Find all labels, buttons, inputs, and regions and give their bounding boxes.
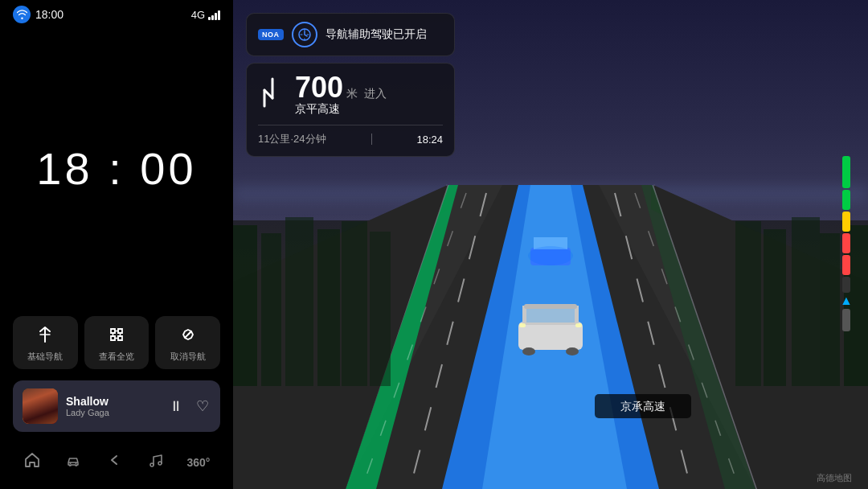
- noa-badge-container: NOA: [258, 29, 284, 40]
- basic-nav-label: 基础导航: [27, 351, 63, 363]
- direction-road-name: 京平高速: [295, 102, 387, 117]
- album-art: [23, 388, 58, 424]
- home-button[interactable]: [18, 446, 46, 478]
- status-bar: 18:00 4G: [0, 0, 233, 29]
- noa-icon: [292, 22, 317, 47]
- svg-rect-26: [342, 221, 367, 386]
- svg-rect-39: [519, 323, 526, 327]
- bottom-nav: 360°: [0, 435, 233, 489]
- overview-label: 查看全览: [99, 351, 134, 363]
- svg-rect-40: [575, 323, 582, 327]
- direction-details: 700 米 进入 京平高速: [295, 73, 387, 117]
- basic-nav-button[interactable]: 基础导航: [13, 316, 78, 369]
- cancel-nav-icon: [179, 326, 197, 347]
- signal-bar-2: [211, 15, 214, 20]
- signal-bar-4: [218, 10, 220, 20]
- cancel-nav-label: 取消导航: [170, 351, 206, 363]
- svg-point-37: [522, 347, 535, 355]
- svg-text:京承高速: 京承高速: [620, 400, 665, 413]
- pause-button[interactable]: ⏸: [167, 397, 185, 417]
- svg-rect-23: [261, 233, 281, 386]
- svg-rect-32: [735, 221, 761, 386]
- svg-rect-36: [524, 304, 577, 309]
- music-button[interactable]: [141, 446, 169, 478]
- svg-rect-31: [764, 229, 786, 386]
- svg-rect-22: [233, 225, 257, 386]
- svg-rect-25: [317, 229, 340, 386]
- direction-top: 700 米 进入 京平高速: [258, 73, 443, 117]
- speed-bar: ▲: [841, 156, 852, 333]
- 360-button[interactable]: 360°: [182, 451, 215, 474]
- music-player: Shallow Lady Gaga ⏸ ♡: [13, 380, 220, 432]
- direction-sub-info: 11公里·24分钟: [258, 132, 326, 146]
- speed-arrow: ▲: [840, 294, 853, 307]
- speed-seg-3: [842, 212, 850, 232]
- music-controls: ⏸ ♡: [167, 396, 211, 417]
- cancel-nav-button[interactable]: 取消导航: [155, 316, 220, 369]
- song-title: Shallow: [66, 395, 159, 408]
- svg-text:高德地图: 高德地图: [817, 473, 852, 483]
- artist-name: Lady Gaga: [66, 408, 159, 417]
- direction-bottom: 11公里·24分钟 18:24: [258, 125, 443, 146]
- speed-bar-bottom: [842, 309, 850, 331]
- clock-area: 18 : 00: [0, 29, 233, 308]
- basic-nav-icon: [36, 326, 54, 347]
- direction-card: 700 米 进入 京平高速 11公里·24分钟 18:24: [246, 63, 455, 157]
- album-art-image: [23, 388, 58, 424]
- nav-overlay: NOA 导航辅助驾驶已开启: [246, 13, 455, 157]
- signal-bar-3: [215, 13, 217, 20]
- wifi-icon: [13, 6, 31, 23]
- speed-seg-5: [842, 255, 850, 275]
- svg-rect-30: [792, 217, 820, 386]
- signal-bars: [208, 9, 220, 20]
- 360-label: 360°: [187, 456, 211, 469]
- svg-point-3: [158, 462, 162, 465]
- network-label: 4G: [191, 9, 205, 21]
- direction-action: 进入: [364, 87, 387, 101]
- clock-display: 18 : 00: [36, 142, 196, 195]
- svg-rect-29: [820, 233, 840, 386]
- svg-rect-35: [526, 308, 575, 323]
- svg-rect-33: [518, 322, 583, 350]
- noa-text: 导航辅助驾驶已开启: [326, 27, 427, 42]
- svg-point-1: [75, 462, 76, 464]
- noa-card: NOA 导航辅助驾驶已开启: [246, 13, 455, 56]
- nav-buttons: 基础导航 查看全览 取消导航: [0, 308, 233, 377]
- status-time: 18:00: [35, 8, 63, 21]
- direction-unit: 米: [346, 87, 358, 101]
- speed-seg-2: [842, 190, 850, 210]
- signal-bar-1: [208, 17, 211, 20]
- direction-distance: 700: [295, 73, 343, 102]
- map-panel[interactable]: 京承高速 高德地图 ▲ NOA 导航: [233, 0, 868, 489]
- speed-seg-1: [842, 156, 850, 188]
- svg-rect-27: [370, 232, 391, 386]
- noa-badge: NOA: [258, 29, 284, 40]
- svg-rect-24: [285, 217, 313, 386]
- like-button[interactable]: ♡: [194, 396, 211, 417]
- direction-eta: 18:24: [416, 134, 443, 146]
- svg-point-2: [150, 463, 154, 466]
- direction-info: 700 米 进入: [295, 73, 387, 102]
- direction-arrow-icon: [258, 76, 287, 115]
- back-button[interactable]: [100, 446, 128, 478]
- overview-icon: [108, 326, 125, 347]
- speed-seg-spacer: [842, 277, 850, 293]
- svg-point-43: [528, 246, 573, 265]
- status-left: 18:00: [13, 6, 63, 23]
- overview-button[interactable]: 查看全览: [84, 316, 149, 369]
- speed-seg-4: [842, 233, 850, 253]
- direction-divider: [371, 134, 372, 145]
- status-right: 4G: [191, 9, 220, 21]
- music-info: Shallow Lady Gaga: [66, 395, 159, 417]
- svg-point-38: [566, 347, 579, 355]
- car-button[interactable]: [59, 446, 87, 478]
- svg-point-0: [69, 462, 71, 464]
- left-panel: 18:00 4G 18 : 00 基础导航: [0, 0, 233, 489]
